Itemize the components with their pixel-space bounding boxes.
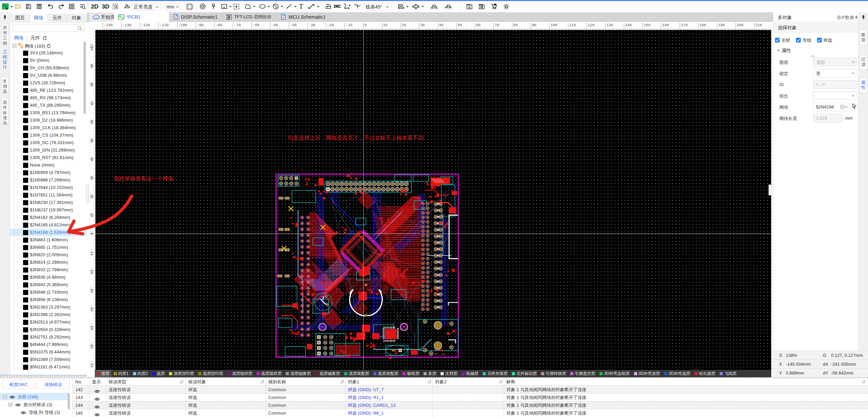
svg-text:90: 90 <box>532 23 536 27</box>
svg-text:150: 150 <box>644 23 650 27</box>
svg-text:-80: -80 <box>216 23 222 27</box>
svg-text:-40: -40 <box>90 305 94 312</box>
svg-text:-120: -120 <box>141 23 150 27</box>
svg-text:40: 40 <box>439 23 443 27</box>
svg-text:50: 50 <box>458 23 462 27</box>
svg-text:G: G <box>468 5 471 9</box>
svg-text:190: 190 <box>718 23 725 27</box>
svg-text:120: 120 <box>588 23 595 27</box>
svg-text:-20: -20 <box>90 267 94 274</box>
svg-text:60: 60 <box>476 23 480 27</box>
svg-text:-70: -70 <box>234 23 241 27</box>
svg-text:200: 200 <box>737 23 743 27</box>
svg-text:-50: -50 <box>90 324 94 330</box>
svg-text:-90: -90 <box>197 23 204 27</box>
svg-text:160: 160 <box>662 23 669 27</box>
svg-text:80: 80 <box>513 23 518 27</box>
svg-text:-30: -30 <box>309 23 315 27</box>
svg-text:-20: -20 <box>327 23 334 27</box>
svg-text:40: 40 <box>90 157 94 161</box>
svg-text:90: 90 <box>90 64 94 68</box>
svg-text:-10: -10 <box>346 23 353 27</box>
svg-text:130: 130 <box>606 23 613 27</box>
svg-text:-60: -60 <box>90 342 94 349</box>
svg-text:100: 100 <box>90 44 94 51</box>
svg-text:-30: -30 <box>90 286 94 293</box>
svg-text:60: 60 <box>90 120 94 124</box>
svg-text:30: 30 <box>420 23 425 27</box>
svg-text:70: 70 <box>495 23 499 27</box>
svg-text:-50: -50 <box>271 23 278 27</box>
svg-text:50: 50 <box>90 138 94 142</box>
svg-text:-100: -100 <box>178 23 187 27</box>
svg-text:140: 140 <box>625 23 632 27</box>
svg-text:-140: -140 <box>104 23 113 27</box>
svg-text:80: 80 <box>90 82 94 87</box>
svg-text:-110: -110 <box>160 23 168 27</box>
svg-text:10: 10 <box>383 23 387 27</box>
svg-text:-60: -60 <box>253 23 259 27</box>
svg-text:-40: -40 <box>290 23 297 27</box>
svg-text:20: 20 <box>402 23 406 27</box>
svg-text:180: 180 <box>700 23 706 27</box>
svg-text:110: 110 <box>569 23 576 27</box>
svg-text:-10: -10 <box>90 249 94 256</box>
svg-text:100: 100 <box>551 23 557 27</box>
svg-text:210: 210 <box>755 23 762 27</box>
svg-text:0: 0 <box>364 23 367 27</box>
svg-text:30: 30 <box>90 175 94 180</box>
svg-text:70: 70 <box>90 101 94 105</box>
svg-text:-130: -130 <box>123 23 131 27</box>
svg-text:-70: -70 <box>90 361 94 367</box>
svg-text:170: 170 <box>681 23 688 27</box>
